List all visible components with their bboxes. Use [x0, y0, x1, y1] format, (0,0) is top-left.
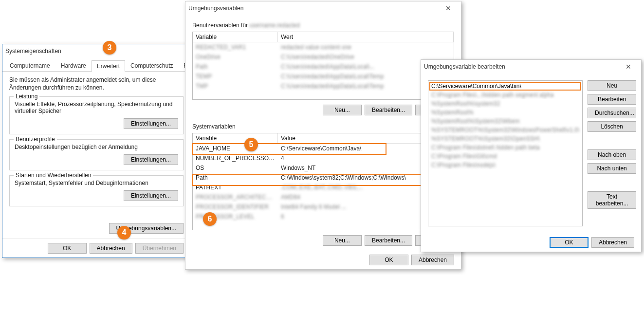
group-legend: Leistung	[14, 93, 39, 100]
list-item[interactable]: C:\Program Files\dotnet\ hidden path bet…	[429, 143, 581, 152]
tab-computerschutz[interactable]: Computerschutz	[125, 60, 178, 71]
user-vars-buttons: Neu... Bearbeiten... Löschen	[192, 100, 454, 115]
group-legend: Benutzerprofile	[14, 136, 57, 143]
dialog-content: Benutzervariablen für username.redacted …	[185, 15, 461, 251]
window-title: Umgebungsvariablen	[188, 5, 439, 12]
tab-content: Sie müssen als Administrator angemeldet …	[2, 72, 190, 239]
list-item[interactable]: C:\Serviceware\Common\Java\bin\	[429, 82, 581, 91]
table-row[interactable]: TEMPC:\Users\redacted\AppData\Local\Temp	[193, 72, 454, 81]
ok-button[interactable]: OK	[369, 255, 408, 265]
cell-variable: Path	[193, 62, 278, 72]
cell-variable: TMP	[193, 81, 278, 91]
table-row[interactable]: JAVA_HOMEC:\Serviceware\Common\Java\	[193, 144, 454, 153]
table-row[interactable]: OSWindows_NT	[193, 163, 454, 173]
marker-5: 5	[244, 138, 258, 151]
window-title: Systemeigenschaften	[5, 48, 187, 55]
cell-variable: NUMBER_OF_PROCESSORS	[193, 153, 278, 163]
move-up-button[interactable]: Nach oben	[588, 149, 636, 160]
cell-variable: OneDrive	[193, 52, 278, 62]
user-edit-button[interactable]: Bearbeiten...	[365, 105, 412, 115]
marker-4: 4	[117, 226, 131, 239]
edit-button[interactable]: Bearbeiten	[588, 94, 636, 105]
label-prefix: Benutzervariablen für	[192, 22, 248, 29]
list-item[interactable]: %SystemRoot%	[429, 108, 581, 117]
username-blurred: username.redacted	[249, 22, 299, 29]
close-icon[interactable]: ✕	[619, 63, 638, 71]
cell-variable: Path	[193, 173, 278, 183]
list-item[interactable]: C:\Program Files\...\hidden path segment…	[429, 91, 581, 99]
table-header: Variable Value	[193, 133, 454, 144]
cancel-button[interactable]: Abbrechen	[591, 237, 634, 248]
list-item[interactable]: C:\Program Files\nodejs\	[429, 161, 581, 169]
table-row[interactable]: PathC:\Users\redacted\AppData\Local\...	[193, 62, 454, 72]
list-item[interactable]: C:\Program Files\Git\cmd	[429, 152, 581, 161]
table-row[interactable]: REDACTED_VAR1redacted value content one	[193, 42, 454, 52]
dialog-buttons: OK Abbrechen	[421, 233, 641, 252]
list-item[interactable]: %SYSTEMROOT%\System32\OpenSSH\	[429, 134, 581, 143]
table-row[interactable]: PATHEXT.COM;.EXE;.BAT;.CMD;.VBS;...	[193, 183, 454, 192]
edit-environment-variable-window: Umgebungsvariable bearbeiten ✕ C:\Servic…	[421, 59, 642, 252]
userprofiles-settings-button[interactable]: Einstellungen...	[124, 154, 178, 165]
new-button[interactable]: Neu	[588, 80, 636, 91]
side-buttons: Neu Bearbeiten Durchsuchen... Löschen Na…	[588, 80, 636, 226]
tabs: Computername Hardware Erweitert Computer…	[2, 60, 190, 72]
list-item[interactable]: %SYSTEMROOT%\System32\WindowsPowerShell\…	[429, 126, 581, 134]
cell-variable: OS	[193, 163, 278, 173]
tab-computername[interactable]: Computername	[4, 60, 55, 71]
sys-edit-button[interactable]: Bearbeiten...	[365, 235, 412, 246]
ok-button[interactable]: OK	[48, 243, 87, 254]
edit-body: C:\Serviceware\Common\Java\bin\C:\Progra…	[421, 74, 641, 233]
cancel-button[interactable]: Abbrechen	[90, 243, 132, 254]
col-variable[interactable]: Variable	[193, 32, 278, 42]
titlebar: Umgebungsvariable bearbeiten ✕	[421, 60, 641, 74]
close-icon[interactable]: ✕	[439, 4, 458, 12]
system-vars-table[interactable]: Variable Value JAVA_HOMEC:\Serviceware\C…	[192, 133, 454, 230]
system-vars-label: Systemvariablen	[192, 123, 454, 130]
table-row[interactable]: TMPC:\Users\redacted\AppData\Local\Temp	[193, 81, 454, 91]
apply-button[interactable]: Übernehmen	[135, 243, 184, 254]
cell-variable: TEMP	[193, 72, 278, 81]
table-row[interactable]: PROCESSOR_LEVEL6	[193, 212, 454, 221]
cell-value: redacted value content one	[278, 42, 454, 52]
performance-settings-button[interactable]: Einstellungen...	[124, 118, 178, 129]
col-variable[interactable]: Variable	[193, 133, 278, 143]
move-down-button[interactable]: Nach unten	[588, 163, 636, 174]
cell-variable: PROCESSOR_IDENTIFIER	[193, 202, 278, 212]
table-row[interactable]: PROCESSOR_ARCHITECTUREAMD64	[193, 192, 454, 202]
path-entries-list[interactable]: C:\Serviceware\Common\Java\bin\C:\Progra…	[428, 80, 583, 226]
table-row[interactable]: OneDriveC:\Users\redacted\OneDrive	[193, 52, 454, 62]
tab-hardware[interactable]: Hardware	[55, 60, 92, 71]
tab-erweitert[interactable]: Erweitert	[92, 60, 125, 72]
marker-3: 3	[103, 41, 116, 55]
edit-text-button[interactable]: Text bearbeiten...	[588, 191, 636, 209]
group-desc: Systemstart, Systemfehler und Debuginfor…	[15, 180, 178, 186]
dialog-buttons: OK Abbrechen	[185, 251, 461, 269]
cancel-button[interactable]: Abbrechen	[411, 255, 454, 265]
group-startup: Starten und Wiederherstellen Systemstart…	[9, 175, 184, 206]
group-legend: Starten und Wiederherstellen	[14, 172, 93, 179]
ok-button[interactable]: OK	[550, 237, 589, 248]
table-row[interactable]: NUMBER_OF_PROCESSORS4	[193, 153, 454, 163]
cell-variable: JAVA_HOME	[193, 144, 278, 153]
user-vars-table[interactable]: Variable Wert REDACTED_VAR1redacted valu…	[192, 32, 454, 100]
window-title: Umgebungsvariable bearbeiten	[424, 63, 619, 70]
sys-new-button[interactable]: Neu...	[323, 235, 362, 246]
col-value[interactable]: Wert	[278, 32, 454, 42]
titlebar: Umgebungsvariablen ✕	[185, 1, 461, 15]
group-performance: Leistung Visuelle Effekte, Prozessorzeit…	[9, 96, 184, 134]
browse-button[interactable]: Durchsuchen...	[588, 108, 636, 118]
list-item[interactable]: %SystemRoot%\system32	[429, 99, 581, 108]
table-row[interactable]: PROCESSOR_IDENTIFIERIntel64 Family 6 Mod…	[193, 202, 454, 212]
user-vars-label: Benutzervariablen für username.redacted	[192, 22, 454, 29]
delete-button[interactable]: Löschen	[588, 121, 636, 132]
cell-variable: PROCESSOR_ARCHITECTURE	[193, 192, 278, 202]
table-header: Variable Wert	[193, 32, 454, 42]
user-new-button[interactable]: Neu...	[323, 105, 362, 115]
startup-settings-button[interactable]: Einstellungen...	[124, 190, 178, 201]
marker-6: 6	[203, 212, 217, 226]
system-vars-buttons: Neu... Bearbeiten... Löschen	[192, 230, 454, 246]
list-item[interactable]: %SystemRoot%\System32\Wbem	[429, 117, 581, 126]
table-row[interactable]: PathC:\Windows\system32;C:\Windows;C:\Wi…	[193, 173, 454, 183]
group-desc: Desktopeinstellungen bezüglich der Anmel…	[15, 144, 178, 150]
environment-variables-window: Umgebungsvariablen ✕ Benutzervariablen f…	[185, 1, 461, 270]
